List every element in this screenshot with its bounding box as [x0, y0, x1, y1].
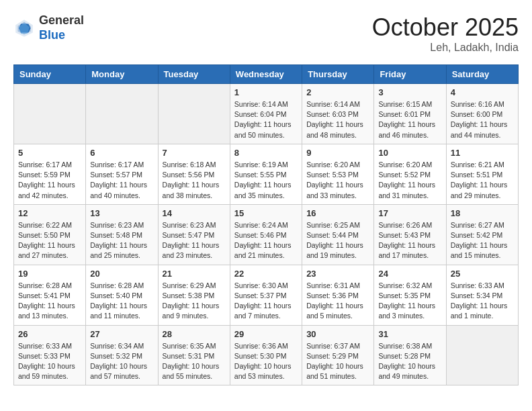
day-number: 7 — [163, 148, 226, 158]
calendar-cell: 3Sunrise: 6:15 AM Sunset: 6:01 PM Daylig… — [374, 84, 446, 144]
day-number: 30 — [306, 329, 369, 339]
calendar-cell: 22Sunrise: 6:30 AM Sunset: 5:37 PM Dayli… — [230, 265, 302, 325]
day-number: 21 — [163, 269, 226, 279]
calendar-week-row: 12Sunrise: 6:22 AM Sunset: 5:50 PM Dayli… — [14, 204, 519, 265]
calendar-cell: 17Sunrise: 6:26 AM Sunset: 5:43 PM Dayli… — [374, 204, 446, 265]
day-info: Sunrise: 6:38 AM Sunset: 5:28 PM Dayligh… — [378, 341, 441, 382]
calendar-header-row: SundayMondayTuesdayWednesdayThursdayFrid… — [14, 65, 519, 84]
calendar-cell: 7Sunrise: 6:18 AM Sunset: 5:56 PM Daylig… — [158, 144, 230, 204]
calendar-cell: 24Sunrise: 6:32 AM Sunset: 5:35 PM Dayli… — [374, 265, 446, 325]
day-number: 3 — [378, 87, 441, 97]
calendar-cell: 1Sunrise: 6:14 AM Sunset: 6:04 PM Daylig… — [230, 84, 302, 144]
day-number: 13 — [90, 208, 153, 218]
day-number: 5 — [18, 148, 81, 158]
day-info: Sunrise: 6:23 AM Sunset: 5:47 PM Dayligh… — [163, 220, 226, 261]
weekday-header: Monday — [86, 65, 158, 84]
day-info: Sunrise: 6:28 AM Sunset: 5:41 PM Dayligh… — [18, 281, 81, 322]
weekday-header: Saturday — [446, 65, 518, 84]
calendar-cell — [158, 84, 230, 144]
day-info: Sunrise: 6:14 AM Sunset: 6:03 PM Dayligh… — [306, 99, 369, 140]
calendar-cell: 9Sunrise: 6:20 AM Sunset: 5:53 PM Daylig… — [302, 144, 374, 204]
calendar-cell: 18Sunrise: 6:27 AM Sunset: 5:42 PM Dayli… — [446, 204, 518, 265]
day-info: Sunrise: 6:31 AM Sunset: 5:36 PM Dayligh… — [306, 281, 369, 322]
calendar-cell: 27Sunrise: 6:34 AM Sunset: 5:32 PM Dayli… — [86, 325, 158, 385]
day-info: Sunrise: 6:19 AM Sunset: 5:55 PM Dayligh… — [234, 160, 298, 201]
calendar-cell: 21Sunrise: 6:29 AM Sunset: 5:38 PM Dayli… — [158, 265, 230, 325]
day-info: Sunrise: 6:20 AM Sunset: 5:53 PM Dayligh… — [306, 160, 369, 201]
day-info: Sunrise: 6:29 AM Sunset: 5:38 PM Dayligh… — [163, 281, 226, 322]
day-info: Sunrise: 6:15 AM Sunset: 6:01 PM Dayligh… — [378, 99, 441, 140]
day-number: 14 — [163, 208, 226, 218]
day-info: Sunrise: 6:17 AM Sunset: 5:57 PM Dayligh… — [90, 160, 153, 201]
day-number: 4 — [451, 87, 514, 97]
calendar-cell: 30Sunrise: 6:37 AM Sunset: 5:29 PM Dayli… — [302, 325, 374, 385]
day-number: 25 — [451, 269, 514, 279]
day-info: Sunrise: 6:26 AM Sunset: 5:43 PM Dayligh… — [378, 220, 441, 261]
day-number: 1 — [234, 87, 298, 97]
calendar-week-row: 19Sunrise: 6:28 AM Sunset: 5:41 PM Dayli… — [14, 265, 519, 325]
day-number: 18 — [451, 208, 514, 218]
day-number: 23 — [306, 269, 369, 279]
calendar-cell: 10Sunrise: 6:20 AM Sunset: 5:52 PM Dayli… — [374, 144, 446, 204]
day-number: 28 — [163, 329, 226, 339]
day-number: 12 — [18, 208, 81, 218]
day-number: 10 — [378, 148, 441, 158]
day-info: Sunrise: 6:37 AM Sunset: 5:29 PM Dayligh… — [306, 341, 369, 382]
calendar-cell: 5Sunrise: 6:17 AM Sunset: 5:59 PM Daylig… — [14, 144, 86, 204]
day-number: 19 — [18, 269, 81, 279]
calendar-cell: 8Sunrise: 6:19 AM Sunset: 5:55 PM Daylig… — [230, 144, 302, 204]
calendar-cell: 20Sunrise: 6:28 AM Sunset: 5:40 PM Dayli… — [86, 265, 158, 325]
day-info: Sunrise: 6:20 AM Sunset: 5:52 PM Dayligh… — [378, 160, 441, 201]
day-info: Sunrise: 6:30 AM Sunset: 5:37 PM Dayligh… — [234, 281, 298, 322]
logo: General Blue — [13, 13, 84, 42]
day-number: 26 — [18, 329, 81, 339]
calendar-cell: 12Sunrise: 6:22 AM Sunset: 5:50 PM Dayli… — [14, 204, 86, 265]
calendar-cell: 2Sunrise: 6:14 AM Sunset: 6:03 PM Daylig… — [302, 84, 374, 144]
day-number: 2 — [306, 87, 369, 97]
calendar-table: SundayMondayTuesdayWednesdayThursdayFrid… — [13, 64, 519, 385]
calendar-week-row: 26Sunrise: 6:33 AM Sunset: 5:33 PM Dayli… — [14, 325, 519, 385]
day-number: 29 — [234, 329, 298, 339]
title-block: October 2025 Leh, Ladakh, India — [372, 13, 519, 54]
calendar-cell: 23Sunrise: 6:31 AM Sunset: 5:36 PM Dayli… — [302, 265, 374, 325]
day-info: Sunrise: 6:36 AM Sunset: 5:30 PM Dayligh… — [234, 341, 298, 382]
calendar-cell: 14Sunrise: 6:23 AM Sunset: 5:47 PM Dayli… — [158, 204, 230, 265]
day-info: Sunrise: 6:34 AM Sunset: 5:32 PM Dayligh… — [90, 341, 153, 382]
day-info: Sunrise: 6:21 AM Sunset: 5:51 PM Dayligh… — [451, 160, 514, 201]
calendar-cell — [86, 84, 158, 144]
weekday-header: Tuesday — [158, 65, 230, 84]
day-number: 24 — [378, 269, 441, 279]
calendar-cell: 29Sunrise: 6:36 AM Sunset: 5:30 PM Dayli… — [230, 325, 302, 385]
day-number: 17 — [378, 208, 441, 218]
day-number: 9 — [306, 148, 369, 158]
day-number: 20 — [90, 269, 153, 279]
day-info: Sunrise: 6:33 AM Sunset: 5:34 PM Dayligh… — [451, 281, 514, 322]
weekday-header: Wednesday — [230, 65, 302, 84]
calendar-cell: 26Sunrise: 6:33 AM Sunset: 5:33 PM Dayli… — [14, 325, 86, 385]
calendar-cell: 13Sunrise: 6:23 AM Sunset: 5:48 PM Dayli… — [86, 204, 158, 265]
calendar-cell: 6Sunrise: 6:17 AM Sunset: 5:57 PM Daylig… — [86, 144, 158, 204]
day-info: Sunrise: 6:27 AM Sunset: 5:42 PM Dayligh… — [451, 220, 514, 261]
weekday-header: Sunday — [14, 65, 86, 84]
page-header: General Blue October 2025 Leh, Ladakh, I… — [13, 13, 519, 54]
calendar-cell: 15Sunrise: 6:24 AM Sunset: 5:46 PM Dayli… — [230, 204, 302, 265]
calendar-cell — [446, 325, 518, 385]
day-number: 6 — [90, 148, 153, 158]
calendar-week-row: 5Sunrise: 6:17 AM Sunset: 5:59 PM Daylig… — [14, 144, 519, 204]
weekday-header: Friday — [374, 65, 446, 84]
weekday-header: Thursday — [302, 65, 374, 84]
day-number: 8 — [234, 148, 298, 158]
calendar-cell — [14, 84, 86, 144]
day-info: Sunrise: 6:18 AM Sunset: 5:56 PM Dayligh… — [163, 160, 226, 201]
calendar-cell: 11Sunrise: 6:21 AM Sunset: 5:51 PM Dayli… — [446, 144, 518, 204]
calendar-cell: 19Sunrise: 6:28 AM Sunset: 5:41 PM Dayli… — [14, 265, 86, 325]
calendar-cell: 25Sunrise: 6:33 AM Sunset: 5:34 PM Dayli… — [446, 265, 518, 325]
day-info: Sunrise: 6:14 AM Sunset: 6:04 PM Dayligh… — [234, 99, 298, 140]
day-info: Sunrise: 6:16 AM Sunset: 6:00 PM Dayligh… — [451, 99, 514, 140]
day-info: Sunrise: 6:24 AM Sunset: 5:46 PM Dayligh… — [234, 220, 298, 261]
day-info: Sunrise: 6:32 AM Sunset: 5:35 PM Dayligh… — [378, 281, 441, 322]
day-number: 22 — [234, 269, 298, 279]
location-subtitle: Leh, Ladakh, India — [372, 42, 519, 54]
day-number: 27 — [90, 329, 153, 339]
day-info: Sunrise: 6:28 AM Sunset: 5:40 PM Dayligh… — [90, 281, 153, 322]
